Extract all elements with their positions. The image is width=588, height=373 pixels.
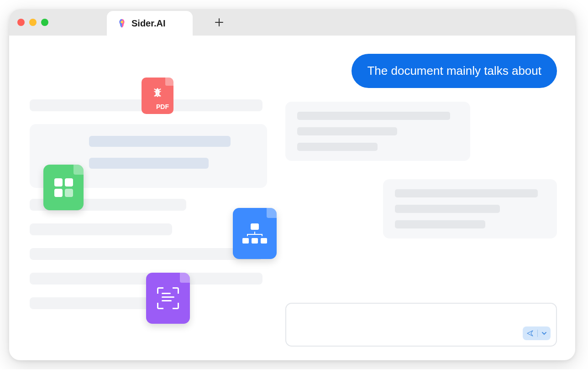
scan-icon [157,287,179,309]
close-window-button[interactable] [17,19,25,26]
reply-line [297,127,397,135]
sider-logo-icon [117,18,127,28]
send-options-dropdown[interactable] [541,331,547,336]
tab-title: Sider.AI [131,18,165,29]
titlebar: Sider.AI [9,9,575,36]
pdf-file-icon[interactable]: PDF [142,78,173,114]
app-window: Sider.AI PDF [9,9,575,360]
document-pane: PDF [9,36,281,360]
send-button[interactable] [526,330,534,337]
ai-reply-block [383,179,557,238]
browser-tab[interactable]: Sider.AI [107,11,193,36]
reply-line [395,189,537,197]
doc-text-line [30,223,172,235]
grid-icon [54,178,73,197]
reply-line [395,220,485,228]
content-area: PDF [9,36,575,360]
new-tab-button[interactable] [210,13,228,31]
doc-text-line [30,248,262,260]
chat-input[interactable] [285,303,557,347]
divider [537,330,538,337]
doc-text-line [89,136,231,147]
send-button-cluster [523,326,551,340]
svg-point-0 [121,21,123,24]
maximize-window-button[interactable] [41,19,48,26]
reply-line [395,205,500,213]
reply-line [297,112,450,120]
sitemap-icon [242,223,267,243]
chat-pane: The document mainly talks about [281,36,575,360]
reply-line [297,143,378,151]
pdf-label: PDF [156,103,169,110]
sitemap-file-icon[interactable] [233,208,277,259]
scan-file-icon[interactable] [146,273,190,324]
user-message-bubble: The document mainly talks about [352,54,557,88]
minimize-window-button[interactable] [29,19,37,26]
ai-reply-block [285,102,470,161]
user-message-text: The document mainly talks about [367,64,541,78]
window-controls [17,19,48,26]
doc-text-line [89,158,209,169]
spreadsheet-file-icon[interactable] [43,165,84,210]
